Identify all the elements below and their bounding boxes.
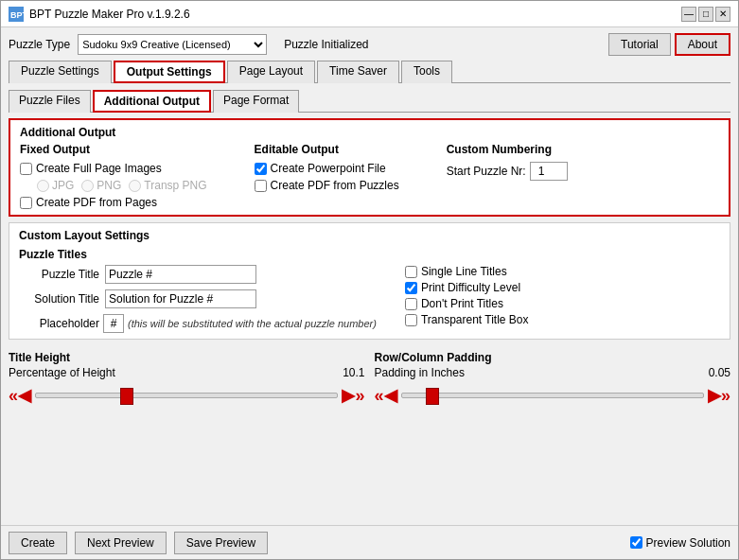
create-pdf-from-puzzles-checkbox[interactable] <box>255 180 267 192</box>
single-line-titles-row: Single Line Titles <box>405 265 529 278</box>
row-column-padding-track: «◀ ▶» <box>375 385 731 406</box>
create-powerpoint-label: Create Powerpoint File <box>271 162 386 175</box>
save-preview-button[interactable]: Save Preview <box>174 532 268 554</box>
tab-puzzle-files[interactable]: Puzzle Files <box>9 90 91 113</box>
jpg-label: JPG <box>52 179 74 192</box>
puzzle-initialized-label: Puzzle Initialized <box>284 38 368 51</box>
maximize-button[interactable]: □ <box>698 7 713 22</box>
tab-output-settings[interactable]: Output Settings <box>114 61 225 83</box>
bottom-right: Preview Solution <box>630 536 730 550</box>
print-difficulty-row: Print Difficulty Level <box>405 281 529 294</box>
start-puzzle-nr-input[interactable] <box>530 162 568 181</box>
preview-solution-label: Preview Solution <box>646 536 730 550</box>
title-height-right-arrow[interactable]: ▶» <box>342 385 364 406</box>
main-content: Puzzle Type Sudoku 9x9 Creative (License… <box>1 27 738 525</box>
main-window: BPT BPT Puzzle Maker Pro v.1.9.2.6 — □ ✕… <box>0 0 739 560</box>
tab-page-layout[interactable]: Page Layout <box>227 61 315 83</box>
row-column-padding-right-arrow[interactable]: ▶» <box>708 385 730 406</box>
puzzle-type-label: Puzzle Type <box>9 38 70 51</box>
editable-output-col: Editable Output Create Powerpoint File C… <box>255 143 399 209</box>
png-radio[interactable] <box>81 180 94 192</box>
puzzle-title-label: Puzzle Title <box>19 268 99 281</box>
svg-text:BPT: BPT <box>10 10 24 20</box>
puzzle-type-row: Puzzle Type Sudoku 9x9 Creative (License… <box>9 33 730 56</box>
row-column-padding-value: 0.05 <box>709 366 730 379</box>
row-column-padding-title: Row/Column Padding <box>375 351 731 364</box>
jpg-radio[interactable] <box>37 180 49 192</box>
print-difficulty-label: Print Difficulty Level <box>421 281 520 294</box>
app-icon: BPT <box>9 7 24 22</box>
custom-layout-title: Custom Layout Settings <box>19 229 720 242</box>
tab-puzzle-settings[interactable]: Puzzle Settings <box>9 61 112 83</box>
window-title: BPT Puzzle Maker Pro v.1.9.2.6 <box>29 8 190 21</box>
title-bar-controls: — □ ✕ <box>681 7 730 22</box>
tutorial-button[interactable]: Tutorial <box>608 33 671 56</box>
create-pdf-from-pages-checkbox[interactable] <box>20 197 32 209</box>
fixed-output-col: Fixed Output Create Full Page Images JPG <box>20 143 207 209</box>
additional-output-title: Additional Output <box>20 126 719 139</box>
slider-section: Title Height Percentage of Height 10.1 «… <box>9 351 730 406</box>
title-height-left-arrow[interactable]: «◀ <box>9 385 31 406</box>
dont-print-titles-checkbox[interactable] <box>405 298 417 310</box>
row-column-padding-left-arrow[interactable]: «◀ <box>375 385 397 406</box>
transp-png-label: Transp PNG <box>144 179 206 192</box>
create-button[interactable]: Create <box>9 532 67 554</box>
create-powerpoint-checkbox[interactable] <box>255 163 267 175</box>
single-line-titles-checkbox[interactable] <box>405 266 417 278</box>
placeholder-description: (this will be substituted with the actua… <box>128 318 377 329</box>
start-puzzle-nr-row: Start Puzzle Nr: <box>447 162 568 181</box>
print-difficulty-checkbox[interactable] <box>405 282 417 294</box>
puzzle-type-select[interactable]: Sudoku 9x9 Creative (Licensed) <box>78 34 267 55</box>
title-height-value: 10.1 <box>343 366 364 379</box>
about-button[interactable]: About <box>675 33 730 56</box>
create-pdf-from-pages-row: Create PDF from Pages <box>20 196 207 209</box>
dont-print-titles-row: Don't Print Titles <box>405 297 529 310</box>
solution-title-row: Solution Title <box>19 289 377 308</box>
puzzle-titles-subtitle: Puzzle Titles <box>19 248 720 261</box>
custom-numbering-col: Custom Numbering Start Puzzle Nr: <box>447 143 568 209</box>
solution-title-label: Solution Title <box>19 292 99 306</box>
editable-output-title: Editable Output <box>255 143 399 156</box>
create-pdf-from-pages-label: Create PDF from Pages <box>36 196 157 209</box>
next-preview-button[interactable]: Next Preview <box>75 532 167 554</box>
custom-layout-section: Custom Layout Settings Puzzle Titles Puz… <box>9 222 730 340</box>
title-height-track: «◀ ▶» <box>9 385 365 406</box>
tab-page-format[interactable]: Page Format <box>213 90 299 113</box>
tutorial-about-buttons: Tutorial About <box>608 33 730 56</box>
title-height-label-row: Percentage of Height 10.1 <box>9 366 365 379</box>
create-pdf-from-puzzles-row: Create PDF from Puzzles <box>255 179 399 192</box>
transparent-title-box-checkbox[interactable] <box>405 314 417 326</box>
preview-solution-checkbox[interactable] <box>630 536 642 549</box>
create-pdf-from-puzzles-label: Create PDF from Puzzles <box>271 179 399 192</box>
puzzle-title-input[interactable] <box>105 265 256 284</box>
titles-inputs: Puzzle Title Solution Title Placeholder … <box>19 265 377 333</box>
output-columns: Fixed Output Create Full Page Images JPG <box>20 143 719 209</box>
row-column-padding-thumb[interactable] <box>426 388 439 405</box>
titles-checkboxes: Single Line Titles Print Difficulty Leve… <box>405 265 529 333</box>
custom-numbering-title: Custom Numbering <box>447 143 568 156</box>
row-column-padding-group: Row/Column Padding Padding in Inches 0.0… <box>375 351 731 406</box>
solution-title-input[interactable] <box>105 289 256 308</box>
puzzle-title-row: Puzzle Title <box>19 265 377 284</box>
close-button[interactable]: ✕ <box>715 7 730 22</box>
create-full-page-images-label: Create Full Page Images <box>36 162 162 175</box>
row-column-padding-label-row: Padding in Inches 0.05 <box>375 366 731 379</box>
minimize-button[interactable]: — <box>681 7 696 22</box>
create-full-page-images-checkbox[interactable] <box>20 163 32 175</box>
png-label: PNG <box>97 179 121 192</box>
start-puzzle-nr-label: Start Puzzle Nr: <box>447 165 526 178</box>
dont-print-titles-label: Don't Print Titles <box>421 297 503 310</box>
titles-content: Puzzle Title Solution Title Placeholder … <box>19 265 720 333</box>
create-full-page-images-row: Create Full Page Images <box>20 162 207 175</box>
placeholder-row: Placeholder (this will be substituted wi… <box>19 314 377 333</box>
title-bar-left: BPT BPT Puzzle Maker Pro v.1.9.2.6 <box>9 7 190 22</box>
tab-tools[interactable]: Tools <box>401 61 452 83</box>
row-column-padding-bar <box>401 393 704 398</box>
placeholder-char-input[interactable] <box>103 314 124 333</box>
tab-time-saver[interactable]: Time Saver <box>317 61 399 83</box>
panel-content: Additional Output Fixed Output Create Fu… <box>9 116 730 519</box>
jpg-radio-item: JPG <box>37 179 74 192</box>
transp-png-radio[interactable] <box>129 180 141 192</box>
tab-additional-output[interactable]: Additional Output <box>93 90 211 113</box>
title-height-thumb[interactable] <box>120 388 133 405</box>
